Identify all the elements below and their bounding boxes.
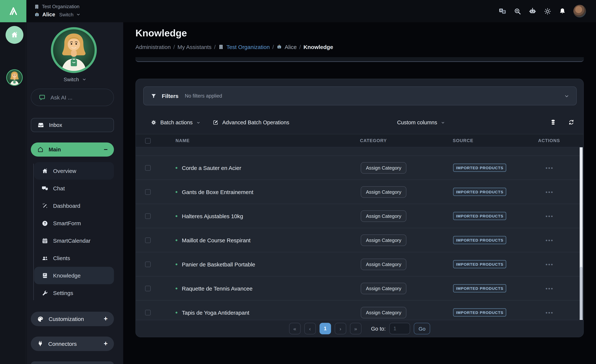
sidebar-item-overview[interactable]: Overview bbox=[34, 162, 114, 180]
expand-icon[interactable]: + bbox=[104, 340, 108, 348]
sidebar-item-smartcalendar[interactable]: SmartCalendar bbox=[34, 232, 114, 249]
customization-label: Customization bbox=[49, 316, 84, 322]
chevron-down-icon[interactable] bbox=[564, 93, 569, 98]
bell-icon[interactable] bbox=[559, 7, 566, 15]
next-page-button[interactable]: › bbox=[335, 323, 346, 334]
book-icon bbox=[42, 272, 48, 279]
row-checkbox[interactable] bbox=[145, 286, 151, 291]
collapse-icon[interactable]: − bbox=[104, 146, 108, 153]
sidebar-item-smartform[interactable]: ? SmartForm bbox=[34, 215, 114, 232]
column-header-name[interactable]: NAME bbox=[160, 138, 360, 143]
main-content: Knowledge Administration / My Assistants… bbox=[123, 22, 596, 364]
sidebar-item-knowledge[interactable]: Knowledge bbox=[34, 267, 114, 284]
row-actions-menu[interactable]: ••• bbox=[538, 309, 583, 316]
rail-home-button[interactable] bbox=[6, 26, 23, 44]
page-1-button[interactable]: 1 bbox=[320, 323, 331, 334]
zoom-in-icon[interactable] bbox=[514, 7, 522, 15]
breadcrumb-administration[interactable]: Administration bbox=[135, 44, 171, 50]
row-checkbox[interactable] bbox=[145, 310, 151, 315]
breadcrumb-assistant[interactable]: Alice bbox=[285, 44, 297, 50]
row-name[interactable]: Panier de Basketball Portable bbox=[182, 261, 255, 267]
home-outline-icon bbox=[37, 146, 44, 153]
first-page-button[interactable]: « bbox=[289, 323, 301, 334]
row-checkbox[interactable] bbox=[145, 237, 151, 243]
table-row[interactable]: Panier de Basketball Portable Assign Cat… bbox=[136, 252, 583, 276]
assign-category-button[interactable]: Assign Category bbox=[361, 234, 407, 246]
row-actions-menu[interactable]: ••• bbox=[538, 213, 583, 219]
row-actions-menu[interactable]: ••• bbox=[538, 237, 583, 243]
sidebar-section-customization[interactable]: Customization + bbox=[31, 312, 114, 326]
row-checkbox[interactable] bbox=[145, 213, 151, 219]
row-actions-menu[interactable]: ••• bbox=[538, 164, 583, 171]
table-row[interactable]: Maillot de Course Respirant Assign Categ… bbox=[136, 228, 583, 252]
row-checkbox[interactable] bbox=[145, 189, 151, 195]
go-button[interactable]: Go bbox=[414, 323, 430, 334]
sidebar-item-settings[interactable]: Settings bbox=[34, 284, 114, 302]
breadcrumb-my-assistants[interactable]: My Assistants bbox=[177, 44, 211, 50]
assign-category-button[interactable]: Assign Category bbox=[361, 259, 407, 270]
row-actions-menu[interactable]: ••• bbox=[538, 189, 583, 195]
scrollbar-thumb[interactable] bbox=[580, 267, 583, 319]
row-name[interactable]: Halteres Ajustables 10kg bbox=[182, 213, 243, 219]
assign-category-button[interactable]: Assign Category bbox=[361, 186, 407, 198]
row-name[interactable]: Gants de Boxe Entrainement bbox=[182, 189, 253, 195]
assistant-switch-label[interactable]: Switch bbox=[59, 12, 74, 17]
assign-category-button[interactable]: Assign Category bbox=[361, 282, 407, 294]
row-checkbox[interactable] bbox=[145, 261, 151, 267]
go-to-page-input[interactable] bbox=[389, 323, 410, 334]
assistant-row[interactable]: Alice Switch bbox=[34, 12, 81, 17]
row-actions-menu[interactable]: ••• bbox=[538, 285, 583, 291]
breadcrumb-organization[interactable]: Test Organization bbox=[226, 44, 270, 50]
robot-icon[interactable] bbox=[529, 7, 537, 15]
table-row-partial[interactable] bbox=[136, 147, 583, 156]
row-name[interactable]: Corde a Sauter en Acier bbox=[182, 164, 241, 171]
table-row[interactable]: Raquette de Tennis Avancee Assign Catego… bbox=[136, 276, 583, 301]
table-row[interactable]: Halteres Ajustables 10kg Assign Category… bbox=[136, 204, 583, 228]
table-row[interactable]: Tapis de Yoga Antiderapant Assign Catego… bbox=[136, 301, 583, 321]
column-header-source[interactable]: SOURCE bbox=[453, 138, 538, 143]
table-row[interactable]: Gants de Boxe Entrainement Assign Catego… bbox=[136, 180, 583, 204]
sidebar-section-partial[interactable] bbox=[31, 361, 114, 364]
row-actions-menu[interactable]: ••• bbox=[538, 261, 583, 267]
assign-category-button[interactable]: Assign Category bbox=[361, 162, 407, 173]
topbar-actions: A bbox=[498, 0, 586, 22]
pagination-bar: « ‹ 1 › » Go to: Go bbox=[136, 320, 583, 337]
filters-bar[interactable]: Filters No filters applied bbox=[143, 86, 577, 105]
sidebar-item-clients[interactable]: Clients bbox=[34, 249, 114, 267]
translate-icon[interactable]: A bbox=[498, 7, 507, 15]
rail-assistant-avatar[interactable] bbox=[6, 69, 23, 86]
column-header-category[interactable]: CATEGORY bbox=[360, 138, 453, 143]
advanced-batch-operations-button[interactable]: Advanced Batch Operations bbox=[213, 117, 289, 128]
batch-actions-button[interactable]: Batch actions bbox=[151, 117, 200, 128]
table-toolbar: Batch actions Advanced Batch Operations … bbox=[151, 117, 580, 128]
expand-icon[interactable]: + bbox=[104, 315, 108, 323]
page-title: Knowledge bbox=[135, 28, 187, 39]
custom-columns-button[interactable]: Custom columns bbox=[397, 117, 445, 128]
assistant-switcher[interactable]: Switch bbox=[27, 76, 123, 82]
assistant-avatar[interactable] bbox=[50, 26, 98, 74]
select-all-checkbox[interactable] bbox=[145, 138, 151, 143]
brand-logo[interactable] bbox=[0, 0, 26, 22]
column-header-actions[interactable]: ACTIONS bbox=[538, 138, 583, 143]
assign-category-button[interactable]: Assign Category bbox=[361, 307, 407, 318]
sidebar-item-chat[interactable]: Chat bbox=[34, 180, 114, 197]
sidebar-section-main[interactable]: Main − bbox=[31, 142, 114, 156]
sidebar-item-dashboard[interactable]: Dashboard bbox=[34, 197, 114, 215]
row-checkbox[interactable] bbox=[145, 165, 151, 171]
sidebar-item-inbox[interactable]: Inbox bbox=[31, 118, 114, 132]
table-scrollbar[interactable] bbox=[580, 147, 583, 321]
ask-ai-input[interactable]: Ask AI ... bbox=[31, 89, 114, 106]
row-name[interactable]: Tapis de Yoga Antiderapant bbox=[182, 309, 249, 316]
prev-page-button[interactable]: ‹ bbox=[304, 323, 316, 334]
row-name[interactable]: Raquette de Tennis Avancee bbox=[182, 285, 253, 291]
chat-bubble-icon bbox=[39, 94, 46, 101]
last-page-button[interactable]: » bbox=[350, 323, 361, 334]
row-name[interactable]: Maillot de Course Respirant bbox=[182, 237, 251, 243]
table-row[interactable]: Corde a Sauter en Acier Assign Category … bbox=[136, 156, 583, 180]
sidebar-section-connectors[interactable]: Connectors + bbox=[31, 336, 114, 351]
database-view-button[interactable] bbox=[550, 119, 556, 126]
user-avatar[interactable] bbox=[573, 5, 586, 17]
refresh-button[interactable] bbox=[568, 119, 574, 126]
sun-icon[interactable] bbox=[544, 7, 551, 15]
assign-category-button[interactable]: Assign Category bbox=[361, 210, 407, 222]
